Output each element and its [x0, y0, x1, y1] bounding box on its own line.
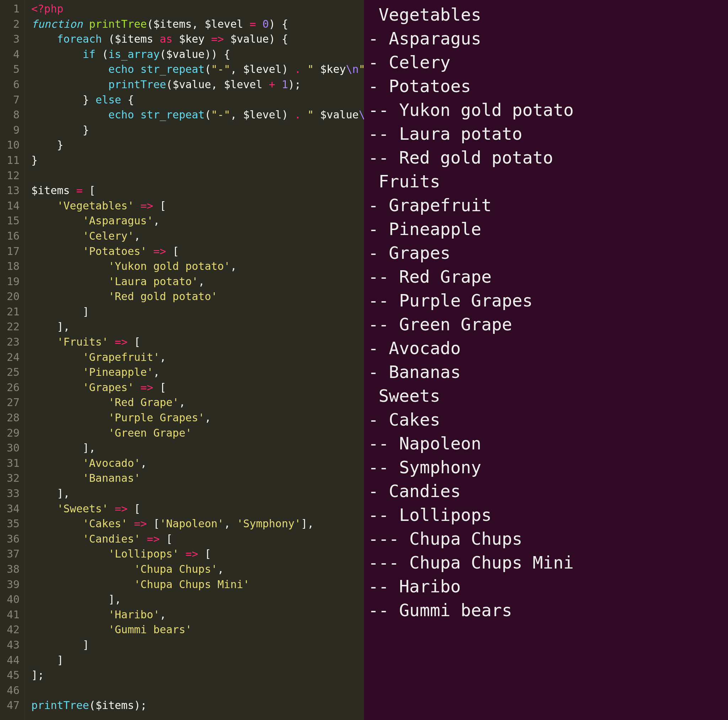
- code-line[interactable]: }: [31, 153, 364, 168]
- code-line[interactable]: [31, 683, 364, 698]
- token-punct: ]: [31, 654, 63, 666]
- terminal-line: Fruits: [368, 170, 728, 193]
- token-punct: ],: [31, 320, 70, 333]
- code-line[interactable]: ],: [31, 319, 364, 335]
- code-line[interactable]: 'Yukon gold potato',: [31, 259, 364, 274]
- code-line[interactable]: 'Pineapple',: [31, 365, 364, 380]
- code-line[interactable]: 'Chupa Chups Mini': [31, 577, 364, 592]
- token-str: 'Red gold potato': [109, 290, 217, 303]
- token-str: ": [307, 109, 320, 121]
- code-line[interactable]: ],: [31, 592, 364, 607]
- code-line[interactable]: 'Avocado',: [31, 456, 364, 471]
- code-line[interactable]: 'Red Grape',: [31, 395, 364, 410]
- code-line[interactable]: 'Candies' => [: [31, 532, 364, 547]
- code-line[interactable]: 'Chupa Chups',: [31, 562, 364, 577]
- token-str: 'Napoleon': [160, 517, 224, 530]
- code-line[interactable]: }: [31, 123, 364, 138]
- code-line[interactable]: } else {: [31, 92, 364, 108]
- code-line[interactable]: 'Red gold potato': [31, 289, 364, 304]
- code-content[interactable]: <?phpfunction printTree($items, $level =…: [25, 0, 364, 720]
- code-line[interactable]: 'Fruits' => [: [31, 335, 364, 350]
- code-line[interactable]: }: [31, 138, 364, 153]
- line-number: 18: [0, 259, 20, 274]
- line-number: 32: [0, 471, 20, 486]
- code-line[interactable]: [31, 168, 364, 184]
- terminal-line: -- Yukon gold potato: [368, 98, 728, 122]
- token-punct: ],: [301, 517, 314, 530]
- code-line[interactable]: 'Haribo',: [31, 607, 364, 623]
- token-esc: \n: [359, 109, 364, 121]
- token-punct: [31, 230, 83, 242]
- token-str: 'Pineapple': [83, 366, 154, 378]
- code-line[interactable]: 'Gummi bears': [31, 622, 364, 637]
- token-str: ": [359, 63, 364, 75]
- code-line[interactable]: 'Bananas': [31, 471, 364, 486]
- code-line[interactable]: $items = [: [31, 183, 364, 198]
- token-str: 'Fruits': [57, 335, 109, 348]
- token-op: +: [262, 78, 281, 91]
- token-punct: ): [281, 109, 294, 121]
- code-line[interactable]: 'Purple Grapes',: [31, 410, 364, 426]
- code-line[interactable]: ]: [31, 304, 364, 320]
- token-var: $level: [243, 109, 281, 121]
- token-punct: [31, 608, 109, 621]
- code-line[interactable]: 'Potatoes' => [: [31, 244, 364, 259]
- line-number: 44: [0, 653, 20, 668]
- code-line[interactable]: <?php: [31, 2, 364, 17]
- code-line[interactable]: 'Asparagus',: [31, 213, 364, 228]
- code-line[interactable]: printTree($items);: [31, 698, 364, 713]
- token-str: 'Laura potato': [109, 275, 198, 288]
- token-kwni: else: [96, 93, 128, 106]
- token-punct: ],: [31, 441, 96, 454]
- token-punct: (: [89, 699, 96, 711]
- code-line[interactable]: 'Laura potato',: [31, 274, 364, 290]
- token-punct: [31, 260, 109, 272]
- token-punct: ];: [31, 669, 44, 681]
- token-punct: [31, 623, 109, 636]
- token-op: =>: [134, 381, 160, 394]
- line-number: 6: [0, 77, 20, 92]
- token-str: 'Chupa Chups': [134, 563, 217, 575]
- token-str: 'Grapefruit': [83, 351, 160, 363]
- line-number: 24: [0, 350, 20, 365]
- code-line[interactable]: 'Grapefruit',: [31, 350, 364, 365]
- token-punct: (: [102, 48, 109, 60]
- line-number: 28: [0, 410, 20, 426]
- code-line[interactable]: ]: [31, 637, 364, 653]
- code-line[interactable]: ];: [31, 668, 364, 683]
- code-line[interactable]: 'Celery',: [31, 228, 364, 244]
- code-line[interactable]: ],: [31, 441, 364, 456]
- token-punct: ,: [134, 230, 141, 242]
- code-line[interactable]: 'Vegetables' => [: [31, 198, 364, 214]
- code-line[interactable]: ]: [31, 653, 364, 668]
- code-line[interactable]: 'Grapes' => [: [31, 380, 364, 395]
- code-line[interactable]: ],: [31, 486, 364, 501]
- line-number: 19: [0, 274, 20, 290]
- terminal-line: - Avocado: [368, 336, 728, 360]
- token-punct: [31, 517, 83, 530]
- code-line[interactable]: printTree($value, $level + 1);: [31, 77, 364, 92]
- code-line[interactable]: function printTree($items, $level = 0) {: [31, 17, 364, 32]
- line-number: 17: [0, 244, 20, 259]
- code-line[interactable]: echo str_repeat("-", $level) . " $value\…: [31, 107, 364, 123]
- code-line[interactable]: 'Sweets' => [: [31, 501, 364, 516]
- token-var: $items: [153, 18, 191, 30]
- code-line[interactable]: 'Lollipops' => [: [31, 547, 364, 562]
- code-line[interactable]: 'Green Grape': [31, 426, 364, 441]
- code-line[interactable]: 'Cakes' => ['Napoleon', 'Symphony'],: [31, 516, 364, 532]
- code-editor[interactable]: 1234567891011121314151617181920212223242…: [0, 0, 364, 720]
- token-punct: ,: [179, 396, 185, 409]
- token-punct: [: [166, 533, 173, 545]
- code-line[interactable]: foreach ($items as $key => $value) {: [31, 32, 364, 47]
- token-op: =>: [128, 517, 153, 530]
- terminal-line: - Bananas: [368, 360, 728, 384]
- token-punct: [31, 245, 83, 257]
- token-str: 'Chupa Chups Mini': [134, 578, 249, 591]
- terminal-output[interactable]: Vegetables- Asparagus- Celery- Potatoes-…: [364, 0, 728, 720]
- token-op: =>: [141, 533, 166, 545]
- code-line[interactable]: if (is_array($value)) {: [31, 47, 364, 62]
- terminal-line: Sweets: [368, 384, 728, 408]
- code-line[interactable]: echo str_repeat("-", $level) . " $key\n"…: [31, 62, 364, 77]
- token-op: =: [70, 184, 89, 197]
- line-number: 21: [0, 304, 20, 320]
